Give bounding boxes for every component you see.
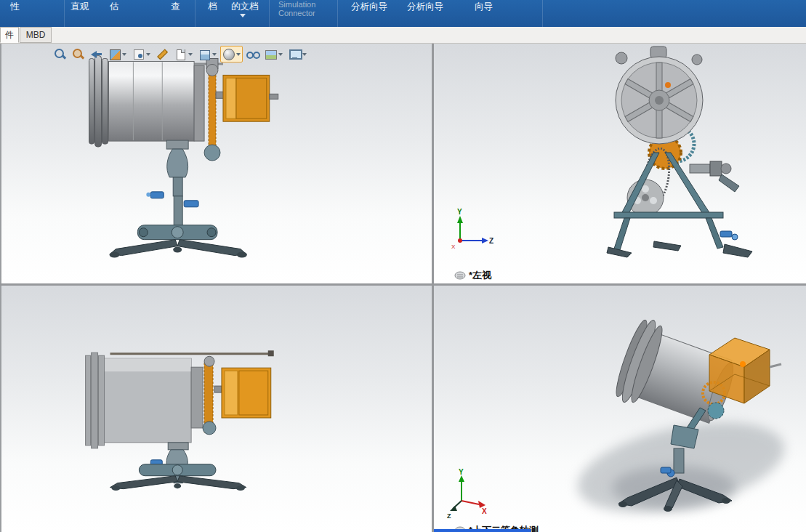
command-ribbon: 性 直观 估 查 档 的文档 Simulation Connector 分析向导… [0,0,806,27]
ribbon-button-properties[interactable]: 性 [10,1,20,13]
ribbon-button-simulation-connector: Simulation Connector [278,1,332,17]
tab-mbd[interactable]: MBD [20,27,52,43]
view-orientation-label: *左视 [454,269,491,282]
chevron-down-icon[interactable] [146,53,150,56]
solidworks-window: 性 直观 估 查 档 的文档 Simulation Connector 分析向导… [0,0,806,532]
copy-settings-icon[interactable] [172,46,195,63]
headsup-toolbar [49,45,311,63]
reference-triad: Y Z X [447,207,498,254]
apply-scene-icon[interactable] [262,46,285,63]
section-view-icon[interactable] [106,46,129,63]
ribbon-button-check[interactable]: 查 [171,1,180,13]
tab-parts-label: 件 [5,29,14,41]
tab-parts[interactable]: 件 [0,27,19,43]
view-annotation-icon [454,271,466,280]
viewport-top-right[interactable]: Y Z X *左视 [434,44,806,283]
viewport-top-left[interactable] [1,44,432,283]
commandmanager-tabbar: 件 MBD [0,27,806,44]
edit-appearance-pencil-icon[interactable] [154,46,171,63]
ribbon-button-analysis-wizard-2[interactable]: 分析向导 [407,1,443,13]
ribbon-separator [269,0,270,27]
selection-highlight-strip [434,529,531,532]
previous-view-icon[interactable] [88,46,105,63]
chevron-down-icon[interactable] [278,53,283,56]
ribbon-button-document[interactable]: 档 [208,1,217,13]
zoom-fit-icon[interactable] [52,46,68,63]
view-orientation-icon[interactable] [196,46,219,63]
ribbon-button-analysis-wizard-1[interactable]: 分析向导 [351,1,387,13]
tab-mbd-label: MBD [26,30,46,40]
viewport-splitter-horizontal[interactable] [0,283,806,286]
ribbon-button-evaluate[interactable]: 估 [110,1,119,13]
ribbon-separator [195,0,196,27]
ribbon-separator [64,0,65,27]
model-side-view-flat [1,286,432,532]
model-side-view [1,44,432,283]
chevron-down-icon[interactable] [212,53,217,56]
chevron-down-icon[interactable] [188,53,193,56]
ribbon-button-wizard[interactable]: 向导 [475,1,493,13]
ribbon-separator [337,0,338,27]
graphics-area: Y Z X *左视 [0,44,806,532]
triad-x-label: X [482,507,487,515]
viewport-bottom-left[interactable] [1,286,432,532]
triad-z-label: Z [489,237,493,245]
chevron-down-icon[interactable] [236,53,241,56]
chevron-down-icon[interactable] [122,53,126,56]
ribbon-button-visualize[interactable]: 直观 [70,1,89,13]
view-name-text: *左视 [469,269,491,282]
display-style-icon[interactable] [220,46,243,63]
triad-x-label: X [451,243,456,250]
view-settings-icon[interactable] [286,46,309,63]
hide-show-items-icon[interactable] [244,46,261,63]
ribbon-button-document-props[interactable]: 的文档 [231,1,259,13]
reference-triad: Y X Z [446,469,504,520]
annotation-visibility-icon[interactable] [130,46,153,63]
triad-z-label: Z [447,512,451,520]
chevron-down-icon[interactable] [302,53,307,56]
ribbon-separator [542,0,543,27]
triad-y-label: Y [457,208,462,216]
triad-y-label: Y [459,469,464,476]
viewport-splitter-vertical[interactable] [432,44,434,532]
viewport-bottom-right[interactable]: Y X Z *上下二等角轴测 [434,286,806,532]
chevron-down-icon[interactable] [240,14,246,17]
zoom-area-icon[interactable] [70,46,86,63]
